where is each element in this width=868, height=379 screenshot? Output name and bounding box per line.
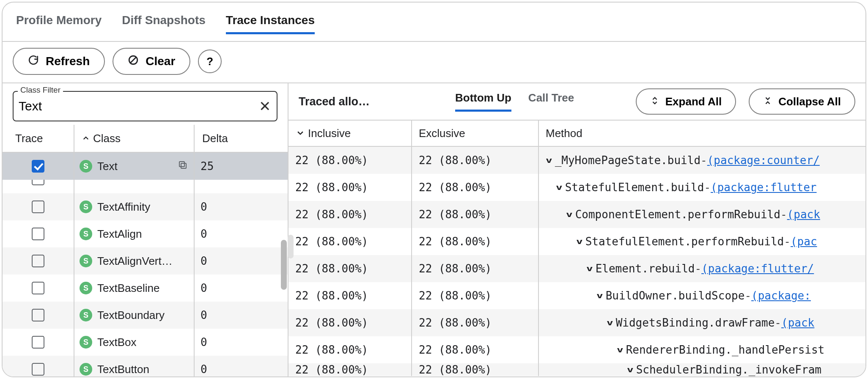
collapse-all-button[interactable]: Collapse All (749, 88, 855, 115)
copy-icon[interactable] (178, 160, 188, 173)
clear-button[interactable]: Clear (113, 48, 190, 75)
trace-checkbox[interactable] (32, 180, 44, 185)
method-cell: v WidgetsBinding.drawFrame - (pack (538, 309, 865, 336)
class-row[interactable]: SText25 (3, 153, 288, 180)
class-badge-icon: S (80, 336, 92, 349)
class-name: TextBox (97, 336, 137, 349)
method-row[interactable]: 22 (88.00%)22 (88.00%)v StatefulElement.… (288, 174, 865, 201)
col-method[interactable]: Method (538, 121, 865, 146)
col-exclusive[interactable]: Exclusive (411, 121, 538, 146)
trace-checkbox[interactable] (32, 200, 44, 213)
package-link[interactable]: (package:flutter/ (701, 262, 814, 275)
class-badge-icon: S (80, 228, 92, 240)
class-row[interactable]: STextAlignVert…0 (3, 247, 288, 275)
col-inclusive-label: Inclusive (308, 127, 351, 140)
refresh-button[interactable]: Refresh (13, 48, 105, 75)
col-trace[interactable]: Trace (3, 132, 74, 145)
col-delta[interactable]: Delta (194, 125, 288, 152)
svg-rect-2 (181, 163, 186, 168)
class-badge-icon: S (80, 200, 92, 213)
chevron-down-icon[interactable]: v (596, 291, 603, 300)
chevron-down-icon[interactable]: v (566, 210, 573, 219)
trace-checkbox[interactable] (32, 363, 44, 376)
method-row[interactable]: 22 (88.00%)22 (88.00%)v SchedulerBinding… (288, 363, 865, 376)
method-name: StatefulElement.performRebuild (585, 235, 784, 248)
chevron-down-icon[interactable]: v (607, 319, 613, 327)
package-link[interactable]: (pac (791, 235, 817, 248)
package-link[interactable]: (package:flutter (711, 181, 816, 194)
split-handle[interactable] (288, 235, 294, 258)
trace-checkbox[interactable] (32, 160, 44, 173)
col-inclusive[interactable]: Inclusive (288, 127, 411, 140)
inclusive-value: 22 (88.00%) (288, 181, 411, 194)
help-icon: ? (206, 55, 213, 68)
trace-checkbox[interactable] (32, 309, 44, 321)
chevron-down-icon[interactable]: v (617, 346, 624, 354)
segment-bottom-up[interactable]: Bottom Up (455, 91, 511, 112)
class-row[interactable]: STextAffinity0 (3, 193, 288, 220)
trace-checkbox[interactable] (32, 336, 44, 349)
tab-profile-memory[interactable]: Profile Memory (16, 14, 102, 34)
class-badge-icon: S (80, 255, 92, 267)
method-row[interactable]: 22 (88.00%)22 (88.00%)v _MyHomePageState… (288, 147, 865, 174)
split-pane: Class Filter ✕ Trace Class Delta SText25… (3, 83, 865, 376)
class-row[interactable] (3, 180, 288, 193)
method-row[interactable]: 22 (88.00%)22 (88.00%)v BuildOwner.build… (288, 282, 865, 309)
method-name: WidgetsBinding.drawFrame (616, 316, 775, 329)
chevron-down-icon[interactable]: v (576, 237, 583, 246)
refresh-icon (28, 55, 39, 69)
help-button[interactable]: ? (198, 49, 222, 73)
package-link[interactable]: (package:counter/ (707, 154, 820, 167)
method-name: ComponentElement.performRebuild (575, 208, 780, 221)
tab-trace-instances[interactable]: Trace Instances (226, 14, 315, 34)
method-row[interactable]: 22 (88.00%)22 (88.00%)v ComponentElement… (288, 201, 865, 228)
method-row[interactable]: 22 (88.00%)22 (88.00%)v StatefulElement.… (288, 228, 865, 255)
trace-title: Traced allo… (299, 95, 383, 108)
inclusive-value: 22 (88.00%) (288, 289, 411, 302)
class-name: TextBoundary (97, 309, 165, 322)
trace-checkbox[interactable] (32, 228, 44, 240)
trace-checkbox[interactable] (32, 255, 44, 267)
class-name: Text (97, 160, 118, 173)
package-link[interactable]: (pack (781, 316, 814, 329)
method-row[interactable]: 22 (88.00%)22 (88.00%)v Element.rebuild … (288, 255, 865, 282)
scrollbar-thumb[interactable] (281, 240, 287, 290)
package-link[interactable]: (package: (751, 289, 811, 302)
class-badge-icon: S (80, 282, 92, 294)
segment-call-tree[interactable]: Call Tree (528, 91, 574, 112)
exclusive-value: 22 (88.00%) (411, 255, 538, 282)
class-row[interactable]: STextBaseline0 (3, 275, 288, 302)
svg-line-1 (130, 57, 136, 63)
exclusive-value: 22 (88.00%) (411, 147, 538, 174)
class-row[interactable]: STextAlign0 (3, 220, 288, 247)
package-link[interactable]: (pack (787, 208, 820, 221)
exclusive-value: 22 (88.00%) (411, 201, 538, 228)
class-table-body: SText25STextAffinity0STextAlign0STextAli… (3, 153, 288, 376)
class-filter-input[interactable] (19, 99, 251, 113)
expand-all-button[interactable]: Expand All (636, 88, 736, 115)
toolbar: Refresh Clear ? (3, 42, 865, 83)
chevron-down-icon[interactable]: v (546, 156, 552, 165)
chevron-down-icon[interactable]: v (627, 365, 634, 374)
method-name: Element.rebuild (596, 262, 695, 275)
class-name: TextAlignVert… (97, 255, 173, 268)
main-tabbar: Profile MemoryDiff SnapshotsTrace Instan… (3, 3, 865, 42)
tab-diff-snapshots[interactable]: Diff Snapshots (122, 14, 206, 34)
col-class[interactable]: Class (74, 125, 194, 152)
collapse-all-label: Collapse All (778, 95, 841, 108)
clear-filter-icon[interactable]: ✕ (259, 98, 271, 115)
class-row[interactable]: STextBox0 (3, 329, 288, 356)
method-cell: v ComponentElement.performRebuild - (pac… (538, 201, 865, 228)
expand-all-label: Expand All (665, 95, 722, 108)
delta-value: 0 (194, 220, 288, 247)
chevron-down-icon (296, 127, 305, 140)
delta-value: 0 (194, 247, 288, 275)
trace-checkbox[interactable] (32, 282, 44, 294)
class-row[interactable]: STextButton0 (3, 356, 288, 376)
chevron-down-icon[interactable]: v (556, 183, 563, 192)
class-filter-field[interactable]: Class Filter ✕ (13, 91, 277, 121)
method-row[interactable]: 22 (88.00%)22 (88.00%)v WidgetsBinding.d… (288, 309, 865, 336)
chevron-down-icon[interactable]: v (586, 264, 593, 273)
method-row[interactable]: 22 (88.00%)22 (88.00%)v RendererBinding.… (288, 336, 865, 363)
class-row[interactable]: STextBoundary0 (3, 302, 288, 329)
